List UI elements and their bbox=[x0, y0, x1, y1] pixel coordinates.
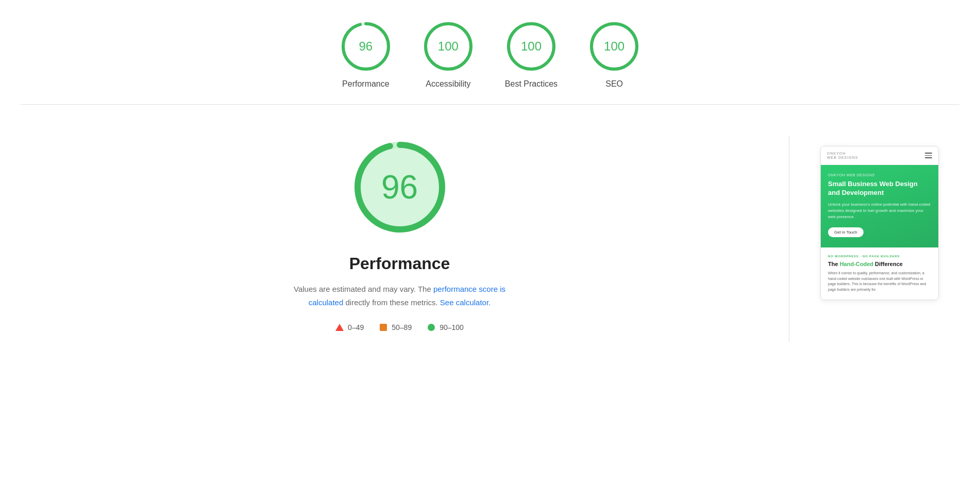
preview-header: ONKYOH WEB DESIGNS bbox=[821, 146, 938, 165]
scores-section: 96 Performance 100 Accessibility 100 Bes… bbox=[0, 0, 980, 104]
preview-logo: ONKYOH WEB DESIGNS bbox=[827, 152, 858, 159]
score-value-best-practices: 100 bbox=[521, 39, 542, 54]
preview-section-tag: NO WORDPRESS · NO PAGE BUILDERS bbox=[828, 255, 931, 258]
score-item-seo: 100 SEO bbox=[588, 21, 640, 89]
legend-row: 0–49 50–89 90–100 bbox=[335, 323, 464, 332]
average-icon bbox=[379, 323, 387, 332]
score-circle-seo: 100 bbox=[588, 21, 640, 72]
logo-sub: WEB DESIGNS bbox=[827, 156, 858, 160]
calculator-link[interactable]: See calculator. bbox=[440, 298, 491, 307]
legend-pass: 90–100 bbox=[427, 323, 464, 332]
large-score-value: 96 bbox=[381, 168, 418, 206]
section-title-post: Difference bbox=[873, 261, 903, 267]
right-panel: ONKYOH WEB DESIGNS ONKYOH WEB DESIGNS Sm… bbox=[820, 136, 939, 300]
section-title-pre: The bbox=[828, 261, 840, 267]
fail-icon bbox=[335, 323, 344, 332]
performance-title: Performance bbox=[349, 254, 450, 273]
score-value-seo: 100 bbox=[604, 39, 624, 54]
website-preview: ONKYOH WEB DESIGNS ONKYOH WEB DESIGNS Sm… bbox=[820, 146, 939, 300]
legend-average-label: 50–89 bbox=[392, 323, 412, 332]
score-item-performance: 96 Performance bbox=[340, 21, 392, 89]
preview-section: NO WORDPRESS · NO PAGE BUILDERS The Hand… bbox=[821, 247, 938, 300]
legend-pass-label: 90–100 bbox=[440, 323, 464, 332]
score-circle-accessibility: 100 bbox=[423, 21, 474, 72]
score-value-performance: 96 bbox=[359, 39, 373, 54]
left-panel: 96 Performance Values are estimated and … bbox=[41, 136, 758, 332]
preview-section-title: The Hand-Coded Difference bbox=[828, 260, 931, 268]
large-score-circle: 96 bbox=[348, 136, 451, 239]
preview-cta-btn: Get in Touch bbox=[828, 227, 864, 237]
logo-name: ONKYOH bbox=[827, 152, 858, 156]
hamburger-icon bbox=[925, 153, 932, 158]
vertical-divider bbox=[789, 136, 789, 342]
preview-hero: ONKYOH WEB DESIGNS Small Business Web De… bbox=[821, 165, 938, 247]
section-title-highlight: Hand-Coded bbox=[840, 261, 873, 267]
score-label-performance: Performance bbox=[342, 79, 390, 89]
legend-fail-label: 0–49 bbox=[348, 323, 364, 332]
score-label-accessibility: Accessibility bbox=[426, 79, 470, 89]
score-label-seo: SEO bbox=[605, 79, 623, 89]
main-content: 96 Performance Values are estimated and … bbox=[0, 105, 980, 362]
preview-hero-title: Small Business Web Design and Developmen… bbox=[828, 180, 931, 197]
score-label-best-practices: Best Practices bbox=[505, 79, 557, 89]
description-text: Values are estimated and may vary. The bbox=[294, 285, 433, 293]
legend-fail: 0–49 bbox=[335, 323, 364, 332]
legend-average: 50–89 bbox=[379, 323, 412, 332]
score-circle-best-practices: 100 bbox=[505, 21, 557, 72]
performance-description: Values are estimated and may vary. The p… bbox=[276, 283, 523, 309]
preview-section-desc: When it comes to quality, performance, a… bbox=[828, 271, 931, 292]
pass-icon bbox=[427, 323, 435, 332]
score-value-accessibility: 100 bbox=[438, 39, 459, 54]
score-item-accessibility: 100 Accessibility bbox=[423, 21, 474, 89]
score-circle-performance: 96 bbox=[340, 21, 392, 72]
description-mid: directly from these metrics. bbox=[343, 298, 440, 307]
preview-tag: ONKYOH WEB DESIGNS bbox=[828, 173, 931, 177]
preview-hero-desc: Unlock your business's online potential … bbox=[828, 202, 931, 220]
score-item-best-practices: 100 Best Practices bbox=[505, 21, 557, 89]
